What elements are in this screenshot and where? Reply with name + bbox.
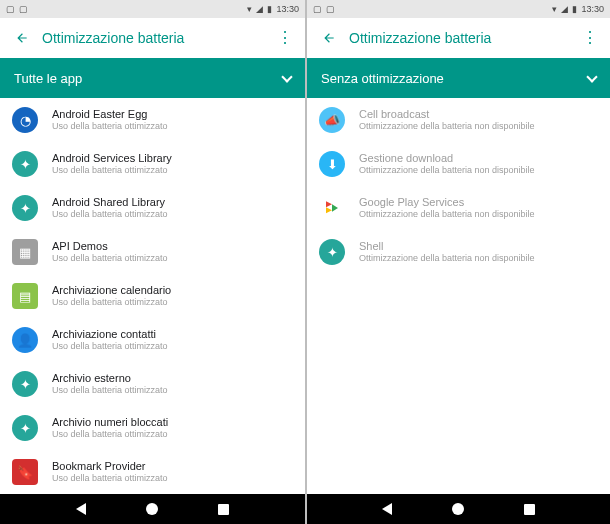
app-list-item[interactable]: 👤Archiviazione contattiUso della batteri… xyxy=(0,318,305,362)
status-notif-icon: ▢ xyxy=(19,4,28,14)
app-name: Archivio esterno xyxy=(52,372,168,385)
app-list-item[interactable]: ✦Android Shared LibraryUso della batteri… xyxy=(0,186,305,230)
back-button[interactable] xyxy=(8,31,36,45)
signal-icon: ◢ xyxy=(561,4,568,14)
appbar-title: Ottimizzazione batteria xyxy=(36,30,273,46)
app-bar: Ottimizzazione batteria ⋮ xyxy=(307,18,610,58)
app-list-item[interactable]: ✦Android Services LibraryUso della batte… xyxy=(0,142,305,186)
app-name: Shell xyxy=(359,240,535,253)
app-list: ◔Android Easter EggUso della batteria ot… xyxy=(0,98,305,524)
app-subtitle: Uso della batteria ottimizzato xyxy=(52,121,168,133)
app-icon: 🔖 xyxy=(12,459,38,485)
app-list-item[interactable]: ✦ShellOttimizzazione della batteria non … xyxy=(307,230,610,274)
app-name: Archiviazione calendario xyxy=(52,284,171,297)
app-name: Archivio numeri bloccati xyxy=(52,416,168,429)
app-icon: 👤 xyxy=(12,327,38,353)
app-subtitle: Ottimizzazione della batteria non dispon… xyxy=(359,121,535,133)
app-list-item[interactable]: ✦Archivio numeri bloccatiUso della batte… xyxy=(0,406,305,450)
app-name: Android Easter Egg xyxy=(52,108,168,121)
app-list: 📣Cell broadcastOttimizzazione della batt… xyxy=(307,98,610,524)
app-icon: 📣 xyxy=(319,107,345,133)
battery-icon: ▮ xyxy=(267,4,272,14)
app-subtitle: Ottimizzazione della batteria non dispon… xyxy=(359,253,535,265)
app-list-item[interactable]: ✦Archivio esternoUso della batteria otti… xyxy=(0,362,305,406)
nav-recent-button[interactable] xyxy=(218,504,229,515)
app-icon: ◔ xyxy=(12,107,38,133)
nav-bar xyxy=(307,494,610,524)
app-name: Gestione download xyxy=(359,152,535,165)
app-icon: ✦ xyxy=(12,151,38,177)
battery-icon: ▮ xyxy=(572,4,577,14)
app-name: Cell broadcast xyxy=(359,108,535,121)
app-list-item[interactable]: ⬇Gestione downloadOttimizzazione della b… xyxy=(307,142,610,186)
wifi-icon: ▾ xyxy=(247,4,252,14)
app-icon: ✦ xyxy=(319,239,345,265)
nav-home-button[interactable] xyxy=(146,503,158,515)
app-list-item[interactable]: ▤Archiviazione calendarioUso della batte… xyxy=(0,274,305,318)
filter-dropdown[interactable]: Tutte le app xyxy=(0,58,305,98)
app-list-item[interactable]: 🔖Bookmark ProviderUso della batteria ott… xyxy=(0,450,305,494)
app-bar: Ottimizzazione batteria ⋮ xyxy=(0,18,305,58)
app-name: Android Shared Library xyxy=(52,196,168,209)
nav-bar xyxy=(0,494,305,524)
app-list-item[interactable]: ▦API DemosUso della batteria ottimizzato xyxy=(0,230,305,274)
nav-back-button[interactable] xyxy=(382,503,392,515)
app-name: Google Play Services xyxy=(359,196,535,209)
app-list-item[interactable]: Google Play ServicesOttimizzazione della… xyxy=(307,186,610,230)
wifi-icon: ▾ xyxy=(552,4,557,14)
status-notif-icon: ▢ xyxy=(6,4,15,14)
app-list-item[interactable]: ◔Android Easter EggUso della batteria ot… xyxy=(0,98,305,142)
phone-right: ▢ ▢ ▾ ◢ ▮ 13:30 Ottimizzazione batteria … xyxy=(305,0,610,524)
appbar-title: Ottimizzazione batteria xyxy=(343,30,578,46)
status-time: 13:30 xyxy=(581,4,604,14)
app-subtitle: Uso della batteria ottimizzato xyxy=(52,385,168,397)
status-bar: ▢ ▢ ▾ ◢ ▮ 13:30 xyxy=(0,0,305,18)
app-icon: ✦ xyxy=(12,415,38,441)
app-list-item[interactable]: 📣Cell broadcastOttimizzazione della batt… xyxy=(307,98,610,142)
app-subtitle: Uso della batteria ottimizzato xyxy=(52,341,168,353)
app-subtitle: Uso della batteria ottimizzato xyxy=(52,429,168,441)
app-name: Bookmark Provider xyxy=(52,460,168,473)
chevron-down-icon xyxy=(281,71,292,82)
app-subtitle: Ottimizzazione della batteria non dispon… xyxy=(359,209,535,221)
nav-home-button[interactable] xyxy=(452,503,464,515)
app-subtitle: Uso della batteria ottimizzato xyxy=(52,473,168,485)
signal-icon: ◢ xyxy=(256,4,263,14)
app-subtitle: Ottimizzazione della batteria non dispon… xyxy=(359,165,535,177)
nav-back-button[interactable] xyxy=(76,503,86,515)
app-subtitle: Uso della batteria ottimizzato xyxy=(52,165,172,177)
app-icon xyxy=(319,195,345,221)
status-bar: ▢ ▢ ▾ ◢ ▮ 13:30 xyxy=(307,0,610,18)
app-name: Android Services Library xyxy=(52,152,172,165)
overflow-menu-button[interactable]: ⋮ xyxy=(578,30,602,46)
chevron-down-icon xyxy=(586,71,597,82)
app-icon: ▦ xyxy=(12,239,38,265)
status-notif-icon: ▢ xyxy=(326,4,335,14)
status-notif-icon: ▢ xyxy=(313,4,322,14)
app-subtitle: Uso della batteria ottimizzato xyxy=(52,297,171,309)
status-time: 13:30 xyxy=(276,4,299,14)
back-button[interactable] xyxy=(315,31,343,45)
nav-recent-button[interactable] xyxy=(524,504,535,515)
app-subtitle: Uso della batteria ottimizzato xyxy=(52,209,168,221)
filter-dropdown[interactable]: Senza ottimizzazione xyxy=(307,58,610,98)
app-name: API Demos xyxy=(52,240,168,253)
app-icon: ▤ xyxy=(12,283,38,309)
phone-left: ▢ ▢ ▾ ◢ ▮ 13:30 Ottimizzazione batteria … xyxy=(0,0,305,524)
app-name: Archiviazione contatti xyxy=(52,328,168,341)
filter-dropdown-label: Senza ottimizzazione xyxy=(321,71,444,86)
app-icon: ✦ xyxy=(12,195,38,221)
app-subtitle: Uso della batteria ottimizzato xyxy=(52,253,168,265)
filter-dropdown-label: Tutte le app xyxy=(14,71,82,86)
app-icon: ✦ xyxy=(12,371,38,397)
overflow-menu-button[interactable]: ⋮ xyxy=(273,30,297,46)
app-icon: ⬇ xyxy=(319,151,345,177)
